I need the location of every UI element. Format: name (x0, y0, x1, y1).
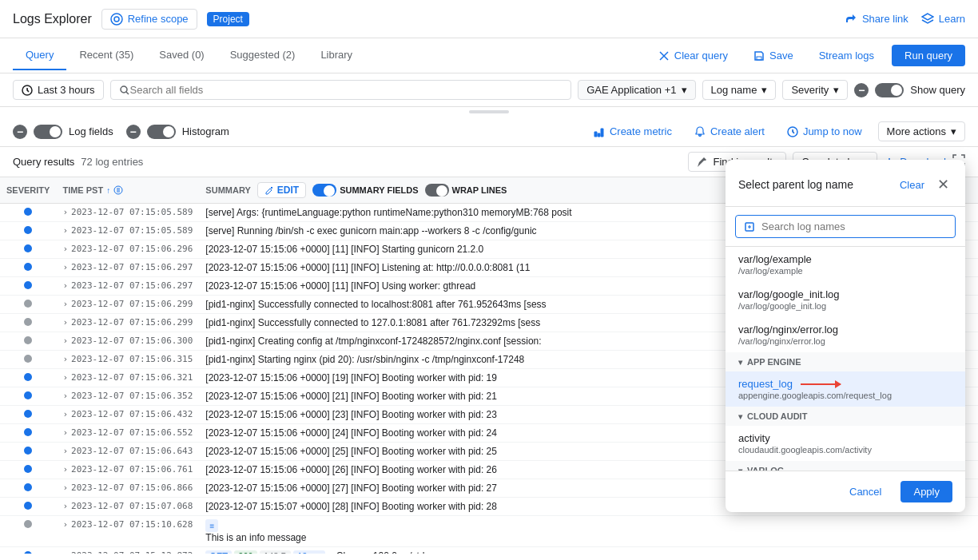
modal-footer: Cancel Apply (726, 471, 965, 512)
select-parent-log-modal: Select parent log name Clear ✕ var/log/e… (726, 160, 965, 512)
log-name-item-nginx-error[interactable]: var/log/nginx/error.log /var/log/nginx/e… (726, 317, 965, 352)
section-header-varlog[interactable]: ▾ VARLOG (726, 461, 965, 471)
modal-close-button[interactable]: ✕ (934, 173, 952, 197)
modal-body: var/log/example /var/log/example var/log… (726, 247, 965, 471)
modal-overlay: Select parent log name Clear ✕ var/log/e… (0, 0, 978, 560)
modal-search-input[interactable] (761, 220, 947, 232)
log-name-item-google-init[interactable]: var/log/google_init.log /var/log/google_… (726, 282, 965, 317)
section-header-cloud-audit[interactable]: ▾ CLOUD AUDIT (726, 407, 965, 426)
modal-header-actions: Clear ✕ (896, 173, 952, 197)
modal-clear-button[interactable]: Clear (896, 176, 928, 194)
modal-cancel-button[interactable]: Cancel (837, 481, 894, 502)
modal-search-icon (744, 221, 755, 232)
modal-header: Select parent log name Clear ✕ (726, 160, 965, 207)
modal-search-area (726, 207, 965, 247)
log-name-item-activity[interactable]: activity cloudaudit.googleapis.com/activ… (726, 426, 965, 461)
app-engine-chevron: ▾ (738, 358, 742, 367)
modal-search-container (735, 215, 956, 238)
modal-apply-button[interactable]: Apply (900, 481, 952, 502)
section-header-app-engine[interactable]: ▾ APP ENGINE (726, 352, 965, 371)
cloud-audit-chevron: ▾ (738, 412, 742, 421)
log-name-item-var-example[interactable]: var/log/example /var/log/example (726, 247, 965, 282)
arrow-indicator (801, 383, 841, 385)
modal-title: Select parent log name (738, 178, 853, 191)
log-name-item-request-log[interactable]: request_log appengine.googleapis.com/req… (726, 371, 965, 407)
varlog-chevron: ▾ (738, 467, 742, 471)
